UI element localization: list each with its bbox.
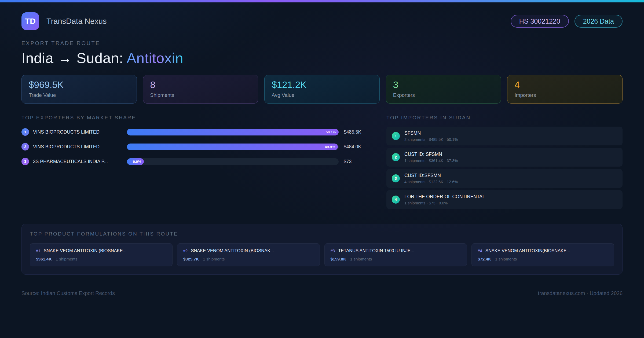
exporters-heading: TOP EXPORTERS BY MARKET SHARE (21, 115, 369, 121)
market-share-bar-track: 49.9% (127, 144, 339, 150)
page-title-product: Antitoxin (127, 50, 184, 66)
page-title-route: India → Sudan: (21, 50, 127, 66)
rank-badge: 1 (392, 132, 400, 140)
importer-name: SFSMN (404, 130, 458, 136)
formulation-card: #1 SNAKE VEOM ANTITOXIN (BIOSNAKE... $36… (30, 243, 173, 266)
rank-badge: 4 (392, 196, 400, 204)
rank-badge: 1 (21, 128, 29, 136)
rank-badge: 2 (392, 153, 400, 161)
importer-item: 2 CUST ID: SFSMN 1 shipments · $361.4K ·… (386, 148, 623, 167)
stat-card-avg-value: $121.2K Avg Value (264, 75, 380, 104)
importer-item: 1 SFSMN 2 shipments · $485.5K · 50.1% (386, 127, 623, 145)
formulation-shipments: 1 shipments (56, 257, 78, 261)
formulation-name: SNAKE VENOM ANTITOXIN(BIOSNAKE... (485, 248, 570, 253)
importer-text: SFSMN 2 shipments · $485.5K · 50.1% (404, 130, 458, 142)
exporter-row: 3 3S PHARMACEUTICALS INDIA P... 0.0% $73 (21, 156, 369, 167)
rank-badge: 2 (21, 143, 29, 150)
footer-site: transdatanexus.com · Updated 2026 (538, 290, 623, 296)
formulation-rank: #1 (36, 248, 41, 253)
header-badges: HS 30021220 2026 Data (511, 15, 623, 28)
formulation-name: SNAKE VENOM ANTITOXIN (BIOSNAK... (191, 248, 274, 253)
formulation-meta-row: $72.4K 1 shipments (478, 257, 608, 262)
eyebrow-label: EXPORT TRADE ROUTE (21, 40, 623, 46)
importer-meta: 1 shipments · $361.4K · 37.3% (404, 159, 458, 163)
importer-item: 4 FOR THE ORDER OF CONTINENTAL... 1 ship… (386, 190, 623, 209)
stat-label: Exporters (393, 92, 494, 98)
stat-value: 3 (393, 79, 494, 90)
importer-name: CUST ID: SFSMN (404, 152, 458, 157)
formulation-title-row: #3 TETANUS ANTITOXIN 1500 IU INJE... (331, 248, 461, 253)
importer-name: CUST ID:SFSMN (404, 173, 458, 178)
stat-card-exporters: 3 Exporters (386, 75, 501, 104)
formulations-panel: TOP PRODUCT FORMULATIONS ON THIS ROUTE #… (21, 224, 623, 275)
formulation-name: SNAKE VEOM ANTITOXIN (BIOSNAKE... (44, 248, 127, 253)
exporter-rows: 1 VINS BIOPRODUCTS LIMITED 50.1% $485.5K… (21, 127, 369, 167)
formulation-meta-row: $361.4K 1 shipments (36, 257, 166, 262)
main-columns: TOP EXPORTERS BY MARKET SHARE 1 VINS BIO… (21, 115, 623, 211)
formulation-meta-row: $159.8K 1 shipments (331, 257, 461, 262)
exporter-row: 1 VINS BIOPRODUCTS LIMITED 50.1% $485.5K (21, 127, 369, 137)
page-container: TD TransData Nexus HS 30021220 2026 Data… (0, 12, 644, 296)
hs-code-badge: HS 30021220 (511, 15, 569, 28)
formulation-title-row: #2 SNAKE VENOM ANTITOXIN (BIOSNAK... (183, 248, 314, 253)
market-share-percent: 50.1% (326, 130, 336, 134)
formulation-rank: #3 (331, 248, 335, 253)
formulation-card: #3 TETANUS ANTITOXIN 1500 IU INJE... $15… (324, 243, 467, 266)
exporter-name: 3S PHARMACEUTICALS INDIA P... (33, 159, 127, 164)
importer-list: 1 SFSMN 2 shipments · $485.5K · 50.1% 2 … (386, 127, 623, 209)
formulation-value: $325.7K (183, 257, 199, 262)
importer-text: CUST ID:SFSMN 4 shipments · $122.6K · 12… (404, 173, 458, 184)
header: TD TransData Nexus HS 30021220 2026 Data (21, 12, 623, 30)
market-share-percent: 0.0% (133, 160, 141, 164)
stat-card-importers: 4 Importers (507, 75, 623, 104)
importer-meta: 2 shipments · $485.5K · 50.1% (404, 137, 458, 142)
exporters-section: TOP EXPORTERS BY MARKET SHARE 1 VINS BIO… (21, 115, 369, 171)
market-share-percent: 49.9% (325, 145, 335, 149)
stat-card-shipments: 8 Shipments (143, 75, 258, 104)
market-share-bar-track: 50.1% (127, 129, 339, 135)
stat-card-trade-value: $969.5K Trade Value (21, 75, 137, 104)
formulation-title-row: #4 SNAKE VENOM ANTITOXIN(BIOSNAKE... (478, 248, 608, 253)
formulation-value: $72.4K (478, 257, 491, 262)
stat-value: $969.5K (29, 79, 130, 90)
exporter-row: 2 VINS BIOPRODUCTS LIMITED 49.9% $484.0K (21, 141, 369, 152)
formulation-name: TETANUS ANTITOXIN 1500 IU INJE... (338, 248, 414, 253)
exporter-value: $73 (344, 159, 369, 164)
stat-label: Trade Value (29, 92, 130, 98)
formulation-title-row: #1 SNAKE VEOM ANTITOXIN (BIOSNAKE... (36, 248, 166, 253)
formulation-rank: #2 (183, 248, 188, 253)
formulations-heading: TOP PRODUCT FORMULATIONS ON THIS ROUTE (30, 231, 614, 237)
importers-section: TOP IMPORTERS IN SUDAN 1 SFSMN 2 shipmen… (386, 115, 623, 211)
exporter-name: VINS BIOPRODUCTS LIMITED (33, 144, 127, 150)
footer-source: Source: Indian Customs Export Records (21, 290, 115, 296)
formulation-card: #2 SNAKE VENOM ANTITOXIN (BIOSNAK... $32… (177, 243, 320, 266)
importer-item: 3 CUST ID:SFSMN 4 shipments · $122.6K · … (386, 169, 623, 188)
formulation-value: $159.8K (331, 257, 346, 262)
stat-cards: $969.5K Trade Value 8 Shipments $121.2K … (21, 75, 623, 104)
importer-text: CUST ID: SFSMN 1 shipments · $361.4K · 3… (404, 152, 458, 163)
rank-badge: 3 (21, 158, 29, 165)
top-accent-bar (0, 0, 644, 2)
stat-value: 4 (514, 79, 615, 90)
page-title: India → Sudan: Antitoxin (21, 50, 623, 66)
stat-label: Importers (514, 92, 615, 98)
rank-badge: 3 (392, 174, 400, 182)
importer-meta: 1 shipments · $73 · 0.0% (404, 201, 489, 205)
app-name: TransData Nexus (46, 17, 107, 26)
brand-logo: TD (21, 12, 39, 30)
importer-text: FOR THE ORDER OF CONTINENTAL... 1 shipme… (404, 194, 489, 205)
exporter-value: $484.0K (344, 144, 369, 150)
importer-meta: 4 shipments · $122.6K · 12.6% (404, 180, 458, 184)
formulation-shipments: 1 shipments (203, 257, 225, 261)
formulation-value: $361.4K (36, 257, 52, 262)
formulation-cards: #1 SNAKE VEOM ANTITOXIN (BIOSNAKE... $36… (30, 243, 614, 266)
market-share-bar-fill: 50.1% (127, 129, 339, 135)
formulation-shipments: 1 shipments (495, 257, 517, 261)
formulation-meta-row: $325.7K 1 shipments (183, 257, 314, 262)
exporter-name: VINS BIOPRODUCTS LIMITED (33, 129, 127, 135)
importer-name: FOR THE ORDER OF CONTINENTAL... (404, 194, 489, 200)
stat-label: Shipments (150, 92, 251, 98)
market-share-bar-track: 0.0% (127, 158, 339, 165)
footer: Source: Indian Customs Export Records tr… (21, 283, 623, 296)
formulation-shipments: 1 shipments (350, 257, 372, 261)
